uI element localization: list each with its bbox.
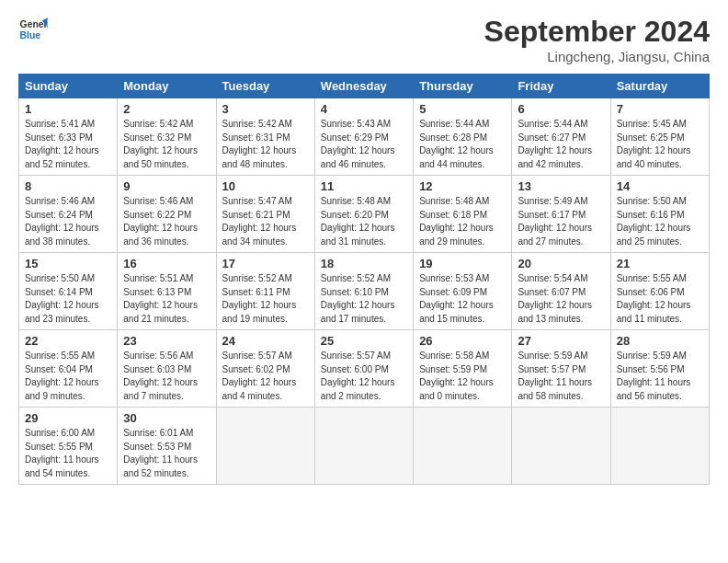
day-info: Sunrise: 5:46 AM Sunset: 6:24 PM Dayligh… (25, 195, 111, 248)
day-number: 3 (222, 102, 309, 116)
day-info: Sunrise: 5:41 AM Sunset: 6:33 PM Dayligh… (25, 118, 111, 171)
table-row: 29Sunrise: 6:00 AM Sunset: 5:55 PM Dayli… (19, 408, 118, 485)
table-row (610, 408, 709, 485)
day-info: Sunrise: 5:42 AM Sunset: 6:32 PM Dayligh… (123, 118, 210, 171)
day-number: 24 (222, 334, 309, 348)
day-number: 14 (617, 179, 703, 193)
day-info: Sunrise: 5:46 AM Sunset: 6:22 PM Dayligh… (123, 195, 210, 248)
table-row: 15Sunrise: 5:50 AM Sunset: 6:14 PM Dayli… (19, 253, 118, 330)
day-number: 16 (123, 257, 210, 270)
day-info: Sunrise: 5:52 AM Sunset: 6:10 PM Dayligh… (321, 272, 407, 326)
day-info: Sunrise: 5:54 AM Sunset: 6:07 PM Dayligh… (518, 272, 604, 326)
day-number: 26 (419, 334, 506, 348)
th-wednesday: Wednesday (314, 75, 413, 98)
table-row: 28Sunrise: 5:59 AM Sunset: 5:56 PM Dayli… (610, 330, 709, 408)
table-row: 16Sunrise: 5:51 AM Sunset: 6:13 PM Dayli… (118, 253, 216, 330)
day-info: Sunrise: 5:55 AM Sunset: 6:04 PM Dayligh… (25, 350, 111, 403)
day-info: Sunrise: 5:50 AM Sunset: 6:16 PM Dayligh… (617, 195, 703, 248)
th-thursday: Thursday (414, 75, 512, 98)
day-info: Sunrise: 5:47 AM Sunset: 6:21 PM Dayligh… (222, 195, 309, 248)
day-number: 15 (25, 257, 111, 270)
table-row: 5Sunrise: 5:44 AM Sunset: 6:28 PM Daylig… (414, 98, 512, 176)
day-number: 22 (25, 334, 111, 348)
table-row: 21Sunrise: 5:55 AM Sunset: 6:06 PM Dayli… (610, 253, 709, 330)
day-info: Sunrise: 5:56 AM Sunset: 6:03 PM Dayligh… (123, 350, 210, 403)
day-info: Sunrise: 5:53 AM Sunset: 6:09 PM Dayligh… (419, 272, 506, 326)
header-row: General Blue September 2024 Lingcheng, J… (18, 15, 710, 64)
table-row: 7Sunrise: 5:45 AM Sunset: 6:25 PM Daylig… (610, 98, 709, 176)
day-info: Sunrise: 5:45 AM Sunset: 6:25 PM Dayligh… (617, 118, 703, 171)
table-row: 9Sunrise: 5:46 AM Sunset: 6:22 PM Daylig… (118, 176, 216, 253)
day-number: 6 (518, 102, 604, 116)
day-number: 17 (222, 257, 309, 270)
day-info: Sunrise: 5:57 AM Sunset: 6:00 PM Dayligh… (321, 350, 407, 403)
day-number: 28 (617, 334, 703, 348)
day-info: Sunrise: 5:59 AM Sunset: 5:57 PM Dayligh… (518, 350, 604, 403)
day-info: Sunrise: 5:51 AM Sunset: 6:13 PM Dayligh… (123, 272, 210, 326)
logo-icon: General Blue (18, 15, 48, 44)
table-row: 19Sunrise: 5:53 AM Sunset: 6:09 PM Dayli… (414, 253, 512, 330)
table-row: 18Sunrise: 5:52 AM Sunset: 6:10 PM Dayli… (314, 253, 413, 330)
th-friday: Friday (512, 75, 610, 98)
table-row: 13Sunrise: 5:49 AM Sunset: 6:17 PM Dayli… (512, 176, 610, 253)
day-info: Sunrise: 5:48 AM Sunset: 6:20 PM Dayligh… (321, 195, 407, 248)
day-info: Sunrise: 5:43 AM Sunset: 6:29 PM Dayligh… (321, 118, 407, 171)
table-row (414, 408, 512, 485)
day-info: Sunrise: 5:55 AM Sunset: 6:06 PM Dayligh… (617, 272, 703, 326)
table-row: 26Sunrise: 5:58 AM Sunset: 5:59 PM Dayli… (414, 330, 512, 408)
calendar-row-0: 1Sunrise: 5:41 AM Sunset: 6:33 PM Daylig… (19, 98, 710, 176)
table-row: 14Sunrise: 5:50 AM Sunset: 6:16 PM Dayli… (610, 176, 709, 253)
table-row: 22Sunrise: 5:55 AM Sunset: 6:04 PM Dayli… (19, 330, 118, 408)
logo: General Blue (18, 15, 48, 44)
day-number: 18 (321, 257, 407, 270)
day-info: Sunrise: 5:59 AM Sunset: 5:56 PM Dayligh… (617, 350, 703, 403)
table-row: 24Sunrise: 5:57 AM Sunset: 6:02 PM Dayli… (216, 330, 314, 408)
table-row: 4Sunrise: 5:43 AM Sunset: 6:29 PM Daylig… (314, 98, 413, 176)
day-number: 27 (518, 334, 604, 348)
day-number: 30 (123, 411, 210, 425)
day-number: 19 (419, 257, 506, 270)
page-container: General Blue September 2024 Lingcheng, J… (0, 0, 728, 494)
day-info: Sunrise: 5:52 AM Sunset: 6:11 PM Dayligh… (222, 272, 309, 326)
header-row-days: Sunday Monday Tuesday Wednesday Thursday… (19, 75, 710, 98)
day-number: 11 (321, 179, 407, 193)
month-title: September 2024 (484, 15, 710, 49)
day-number: 12 (419, 179, 506, 193)
th-tuesday: Tuesday (216, 75, 314, 98)
svg-text:Blue: Blue (20, 30, 41, 40)
table-row: 12Sunrise: 5:48 AM Sunset: 6:18 PM Dayli… (414, 176, 512, 253)
day-number: 29 (25, 411, 111, 425)
day-info: Sunrise: 5:57 AM Sunset: 6:02 PM Dayligh… (222, 350, 309, 403)
day-info: Sunrise: 5:42 AM Sunset: 6:31 PM Dayligh… (222, 118, 309, 171)
location: Lingcheng, Jiangsu, China (484, 49, 710, 64)
day-info: Sunrise: 5:49 AM Sunset: 6:17 PM Dayligh… (518, 195, 604, 248)
th-sunday: Sunday (19, 75, 118, 98)
th-saturday: Saturday (610, 75, 709, 98)
calendar-row-2: 15Sunrise: 5:50 AM Sunset: 6:14 PM Dayli… (19, 253, 710, 330)
day-info: Sunrise: 5:48 AM Sunset: 6:18 PM Dayligh… (419, 195, 506, 248)
day-info: Sunrise: 5:50 AM Sunset: 6:14 PM Dayligh… (25, 272, 111, 326)
day-number: 20 (518, 257, 604, 270)
table-row: 30Sunrise: 6:01 AM Sunset: 5:53 PM Dayli… (118, 408, 216, 485)
day-number: 25 (321, 334, 407, 348)
table-row: 1Sunrise: 5:41 AM Sunset: 6:33 PM Daylig… (19, 98, 118, 176)
day-info: Sunrise: 6:01 AM Sunset: 5:53 PM Dayligh… (123, 427, 210, 480)
day-number: 1 (25, 102, 111, 116)
table-row: 25Sunrise: 5:57 AM Sunset: 6:00 PM Dayli… (314, 330, 413, 408)
calendar-row-3: 22Sunrise: 5:55 AM Sunset: 6:04 PM Dayli… (19, 330, 710, 408)
title-block: September 2024 Lingcheng, Jiangsu, China (484, 15, 710, 64)
calendar-row-1: 8Sunrise: 5:46 AM Sunset: 6:24 PM Daylig… (19, 176, 710, 253)
table-row (314, 408, 413, 485)
table-row: 8Sunrise: 5:46 AM Sunset: 6:24 PM Daylig… (19, 176, 118, 253)
table-row: 20Sunrise: 5:54 AM Sunset: 6:07 PM Dayli… (512, 253, 610, 330)
table-row: 2Sunrise: 5:42 AM Sunset: 6:32 PM Daylig… (118, 98, 216, 176)
table-row: 3Sunrise: 5:42 AM Sunset: 6:31 PM Daylig… (216, 98, 314, 176)
day-number: 23 (123, 334, 210, 348)
day-number: 5 (419, 102, 506, 116)
day-number: 7 (617, 102, 703, 116)
table-row (512, 408, 610, 485)
day-info: Sunrise: 6:00 AM Sunset: 5:55 PM Dayligh… (25, 427, 111, 480)
calendar-row-4: 29Sunrise: 6:00 AM Sunset: 5:55 PM Dayli… (19, 408, 710, 485)
day-number: 10 (222, 179, 309, 193)
table-row: 17Sunrise: 5:52 AM Sunset: 6:11 PM Dayli… (216, 253, 314, 330)
